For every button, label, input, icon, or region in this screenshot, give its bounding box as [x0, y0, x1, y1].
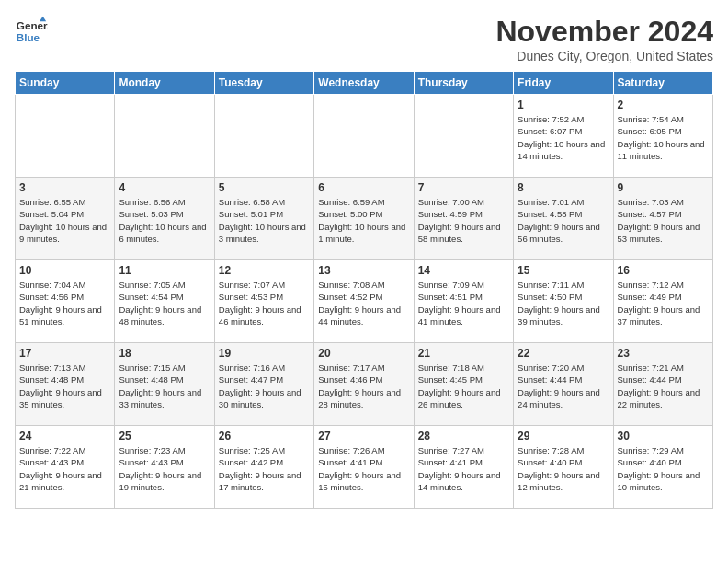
calendar-cell: [414, 95, 513, 178]
day-number: 21: [418, 347, 509, 360]
day-info: Sunrise: 7:22 AM Sunset: 4:43 PM Dayligh…: [19, 444, 110, 493]
day-number: 26: [219, 430, 310, 442]
calendar-cell: 12Sunrise: 7:07 AM Sunset: 4:53 PM Dayli…: [214, 260, 313, 343]
weekday-row: SundayMondayTuesdayWednesdayThursdayFrid…: [16, 72, 713, 95]
header: General Blue November 2024 Dunes City, O…: [15, 15, 713, 63]
calendar-cell: 13Sunrise: 7:08 AM Sunset: 4:52 PM Dayli…: [314, 260, 414, 343]
day-info: Sunrise: 7:12 AM Sunset: 4:49 PM Dayligh…: [618, 279, 709, 327]
day-info: Sunrise: 7:15 AM Sunset: 4:48 PM Dayligh…: [119, 362, 210, 410]
day-number: 3: [19, 181, 110, 194]
calendar-cell: 10Sunrise: 7:04 AM Sunset: 4:56 PM Dayli…: [16, 260, 115, 343]
calendar-cell: 26Sunrise: 7:25 AM Sunset: 4:42 PM Dayli…: [214, 426, 313, 509]
calendar-cell: [314, 95, 414, 178]
day-number: 28: [418, 430, 509, 442]
day-info: Sunrise: 7:18 AM Sunset: 4:45 PM Dayligh…: [418, 362, 509, 410]
calendar-cell: [214, 95, 313, 178]
day-number: 1: [518, 98, 609, 111]
week-row: 1Sunrise: 7:52 AM Sunset: 6:07 PM Daylig…: [16, 95, 713, 178]
calendar-cell: 18Sunrise: 7:15 AM Sunset: 4:48 PM Dayli…: [115, 343, 214, 426]
day-info: Sunrise: 6:58 AM Sunset: 5:01 PM Dayligh…: [219, 196, 310, 245]
day-number: 16: [618, 264, 709, 277]
weekday-header-wednesday: Wednesday: [314, 72, 414, 95]
calendar-cell: 29Sunrise: 7:28 AM Sunset: 4:40 PM Dayli…: [514, 426, 613, 509]
calendar-cell: [16, 95, 115, 178]
day-info: Sunrise: 7:04 AM Sunset: 4:56 PM Dayligh…: [19, 279, 110, 327]
day-number: 27: [318, 430, 409, 442]
day-number: 6: [318, 181, 409, 194]
day-number: 10: [19, 264, 110, 277]
day-info: Sunrise: 7:17 AM Sunset: 4:46 PM Dayligh…: [318, 362, 409, 410]
logo-icon: General Blue: [15, 15, 48, 48]
day-info: Sunrise: 7:03 AM Sunset: 4:57 PM Dayligh…: [618, 196, 709, 245]
calendar-cell: [115, 95, 214, 178]
day-number: 30: [618, 430, 709, 442]
day-info: Sunrise: 7:05 AM Sunset: 4:54 PM Dayligh…: [119, 279, 210, 327]
day-number: 12: [219, 264, 310, 277]
day-number: 14: [418, 264, 509, 277]
calendar-cell: 4Sunrise: 6:56 AM Sunset: 5:03 PM Daylig…: [115, 178, 214, 260]
calendar-cell: 9Sunrise: 7:03 AM Sunset: 4:57 PM Daylig…: [613, 178, 712, 260]
day-number: 23: [618, 347, 709, 360]
day-number: 5: [219, 181, 310, 194]
weekday-header-saturday: Saturday: [613, 72, 712, 95]
calendar-cell: 19Sunrise: 7:16 AM Sunset: 4:47 PM Dayli…: [214, 343, 313, 426]
calendar-header: SundayMondayTuesdayWednesdayThursdayFrid…: [16, 72, 713, 95]
logo: General Blue: [15, 15, 48, 48]
day-info: Sunrise: 7:29 AM Sunset: 4:40 PM Dayligh…: [618, 444, 709, 493]
calendar-cell: 6Sunrise: 6:59 AM Sunset: 5:00 PM Daylig…: [314, 178, 414, 260]
week-row: 10Sunrise: 7:04 AM Sunset: 4:56 PM Dayli…: [16, 260, 713, 343]
calendar-cell: 16Sunrise: 7:12 AM Sunset: 4:49 PM Dayli…: [613, 260, 712, 343]
day-info: Sunrise: 7:09 AM Sunset: 4:51 PM Dayligh…: [418, 279, 509, 327]
weekday-header-tuesday: Tuesday: [214, 72, 313, 95]
day-info: Sunrise: 7:28 AM Sunset: 4:40 PM Dayligh…: [518, 444, 609, 493]
calendar-table: SundayMondayTuesdayWednesdayThursdayFrid…: [15, 71, 713, 509]
calendar-cell: 20Sunrise: 7:17 AM Sunset: 4:46 PM Dayli…: [314, 343, 414, 426]
day-info: Sunrise: 7:21 AM Sunset: 4:44 PM Dayligh…: [618, 362, 709, 410]
day-info: Sunrise: 7:54 AM Sunset: 6:05 PM Dayligh…: [618, 113, 709, 162]
weekday-header-thursday: Thursday: [414, 72, 513, 95]
day-number: 9: [618, 181, 709, 194]
day-info: Sunrise: 6:59 AM Sunset: 5:00 PM Dayligh…: [318, 196, 409, 245]
title-area: November 2024 Dunes City, Oregon, United…: [495, 15, 713, 63]
calendar-cell: 8Sunrise: 7:01 AM Sunset: 4:58 PM Daylig…: [514, 178, 613, 260]
calendar-cell: 28Sunrise: 7:27 AM Sunset: 4:41 PM Dayli…: [414, 426, 513, 509]
week-row: 3Sunrise: 6:55 AM Sunset: 5:04 PM Daylig…: [16, 178, 713, 260]
calendar-cell: 2Sunrise: 7:54 AM Sunset: 6:05 PM Daylig…: [613, 95, 712, 178]
day-info: Sunrise: 7:00 AM Sunset: 4:59 PM Dayligh…: [418, 196, 509, 245]
day-info: Sunrise: 7:52 AM Sunset: 6:07 PM Dayligh…: [518, 113, 609, 162]
day-info: Sunrise: 7:25 AM Sunset: 4:42 PM Dayligh…: [219, 444, 310, 493]
week-row: 17Sunrise: 7:13 AM Sunset: 4:48 PM Dayli…: [16, 343, 713, 426]
weekday-header-monday: Monday: [115, 72, 214, 95]
day-info: Sunrise: 7:27 AM Sunset: 4:41 PM Dayligh…: [418, 444, 509, 493]
calendar-cell: 21Sunrise: 7:18 AM Sunset: 4:45 PM Dayli…: [414, 343, 513, 426]
day-number: 17: [19, 347, 110, 360]
weekday-header-sunday: Sunday: [16, 72, 115, 95]
weekday-header-friday: Friday: [514, 72, 613, 95]
calendar-cell: 3Sunrise: 6:55 AM Sunset: 5:04 PM Daylig…: [16, 178, 115, 260]
day-info: Sunrise: 7:13 AM Sunset: 4:48 PM Dayligh…: [19, 362, 110, 410]
day-number: 29: [518, 430, 609, 442]
calendar-cell: 7Sunrise: 7:00 AM Sunset: 4:59 PM Daylig…: [414, 178, 513, 260]
calendar-cell: 24Sunrise: 7:22 AM Sunset: 4:43 PM Dayli…: [16, 426, 115, 509]
svg-text:Blue: Blue: [17, 31, 40, 43]
calendar-cell: 22Sunrise: 7:20 AM Sunset: 4:44 PM Dayli…: [514, 343, 613, 426]
day-info: Sunrise: 7:01 AM Sunset: 4:58 PM Dayligh…: [518, 196, 609, 245]
calendar-cell: 27Sunrise: 7:26 AM Sunset: 4:41 PM Dayli…: [314, 426, 414, 509]
day-info: Sunrise: 7:11 AM Sunset: 4:50 PM Dayligh…: [518, 279, 609, 327]
calendar-cell: 23Sunrise: 7:21 AM Sunset: 4:44 PM Dayli…: [613, 343, 712, 426]
day-info: Sunrise: 7:23 AM Sunset: 4:43 PM Dayligh…: [119, 444, 210, 493]
location-title: Dunes City, Oregon, United States: [495, 49, 713, 63]
calendar-cell: 11Sunrise: 7:05 AM Sunset: 4:54 PM Dayli…: [115, 260, 214, 343]
day-number: 7: [418, 181, 509, 194]
day-number: 20: [318, 347, 409, 360]
day-info: Sunrise: 6:55 AM Sunset: 5:04 PM Dayligh…: [19, 196, 110, 245]
day-number: 22: [518, 347, 609, 360]
day-number: 2: [618, 98, 709, 111]
week-row: 24Sunrise: 7:22 AM Sunset: 4:43 PM Dayli…: [16, 426, 713, 509]
calendar-cell: 5Sunrise: 6:58 AM Sunset: 5:01 PM Daylig…: [214, 178, 313, 260]
day-number: 11: [119, 264, 210, 277]
calendar-cell: 15Sunrise: 7:11 AM Sunset: 4:50 PM Dayli…: [514, 260, 613, 343]
day-number: 4: [119, 181, 210, 194]
calendar-cell: 25Sunrise: 7:23 AM Sunset: 4:43 PM Dayli…: [115, 426, 214, 509]
day-number: 19: [219, 347, 310, 360]
